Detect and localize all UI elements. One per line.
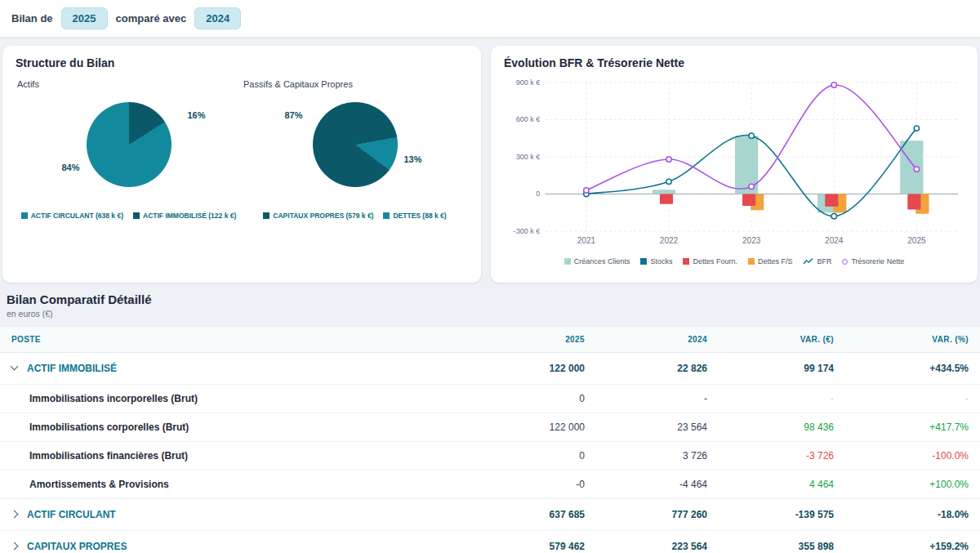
cell-2025: 579 462 bbox=[466, 531, 596, 553]
table-row: Amortissements & Provisions-0-4 4644 464… bbox=[0, 470, 980, 499]
table-title: Bilan Comparatif Détaillé bbox=[7, 292, 980, 306]
pies-row: Actifs 84%16% ACTIF CIRCULANT (638 k €)A… bbox=[16, 71, 468, 220]
cell-var-pct: -18.0% bbox=[845, 499, 980, 531]
legend-label: Créances Clients bbox=[574, 257, 630, 265]
cell-poste[interactable]: CAPITAUX PROPRES bbox=[0, 531, 466, 553]
chevron-right-icon[interactable] bbox=[11, 542, 19, 551]
cell-2025: -0 bbox=[466, 470, 596, 499]
legend-item: Trésorerie Nette bbox=[842, 257, 904, 265]
legend-item: Stocks bbox=[640, 257, 672, 265]
circle-marker-icon bbox=[842, 259, 848, 265]
poste-label: Immobilisations corporelles (Brut) bbox=[29, 421, 189, 433]
legend-item: BFR bbox=[803, 257, 831, 265]
cell-2024: -4 464 bbox=[596, 470, 719, 499]
legend-item: Créances Clients bbox=[564, 257, 630, 265]
legend-item: ACTIF IMMOBILISÉ (122 k €) bbox=[133, 212, 236, 220]
legend-label: ACTIF IMMOBILISÉ (122 k €) bbox=[143, 212, 236, 220]
legend-swatch-icon bbox=[748, 258, 755, 265]
cell-var-pct: +100.0% bbox=[845, 470, 980, 499]
header-var-pct: VAR. (%) bbox=[845, 327, 980, 353]
svg-text:2025: 2025 bbox=[907, 236, 926, 245]
legend-label: ACTIF CIRCULANT (638 k €) bbox=[31, 212, 123, 220]
header-2025: 2025 bbox=[466, 327, 596, 353]
cell-var-eur: 355 898 bbox=[719, 531, 845, 553]
pie-legend-passifs: CAPITAUX PROPRES (579 k €)DETTES (88 k €… bbox=[242, 212, 468, 220]
pie-wrap: 84%16% bbox=[87, 102, 172, 187]
cell-var-pct: +434.5% bbox=[845, 353, 980, 385]
legend-label: Dettes Fourn. bbox=[693, 257, 737, 265]
header-2024: 2024 bbox=[596, 327, 719, 353]
pie-value-label: 16% bbox=[188, 110, 206, 120]
poste-label: Amortissements & Provisions bbox=[29, 479, 169, 490]
cell-2025: 637 685 bbox=[466, 499, 596, 531]
cell-poste[interactable]: ACTIF IMMOBILISÉ bbox=[0, 353, 466, 385]
pie-panel-actifs: Actifs 84%16% ACTIF CIRCULANT (638 k €)A… bbox=[16, 71, 242, 220]
header-poste: POSTE bbox=[0, 327, 466, 353]
cell-2024: 223 564 bbox=[596, 531, 719, 553]
svg-text:2022: 2022 bbox=[660, 236, 679, 245]
pie-value-label: 84% bbox=[62, 163, 80, 172]
table-body: ACTIF IMMOBILISÉ122 00022 82699 174+434.… bbox=[0, 353, 980, 553]
cell-2025: 122 000 bbox=[466, 413, 596, 442]
bfr-chart-area: 900 k €600 k €300 k €0-300 k €2021202220… bbox=[504, 76, 964, 265]
svg-text:0: 0 bbox=[536, 190, 540, 198]
svg-text:-300 k €: -300 k € bbox=[514, 227, 541, 235]
chevron-down-icon[interactable] bbox=[11, 363, 19, 371]
cell-poste: Immobilisations corporelles (Brut) bbox=[0, 413, 466, 442]
pie-panel-label-actifs: Actifs bbox=[17, 79, 242, 89]
legend-label: CAPITAUX PROPRES (579 k €) bbox=[273, 212, 373, 220]
pie-panel-passifs: Passifs & Capitaux Propres 87%13% CAPITA… bbox=[242, 71, 468, 220]
cell-poste: Immobilisations financières (Brut) bbox=[0, 442, 466, 470]
filter-bar: Bilan de 2025 comparé avec 2024 bbox=[0, 0, 980, 38]
pie-chart-actifs[interactable] bbox=[87, 102, 172, 187]
cell-2025: 0 bbox=[466, 442, 596, 470]
trend-line-icon bbox=[803, 257, 813, 265]
pie-chart-passifs[interactable] bbox=[313, 102, 398, 187]
pie-value-label: 87% bbox=[285, 110, 303, 120]
filter-label-prefix: Bilan de bbox=[11, 12, 53, 25]
legend-swatch-icon bbox=[564, 258, 571, 265]
svg-text:900 k €: 900 k € bbox=[516, 78, 541, 87]
table-group-row[interactable]: ACTIF CIRCULANT637 685777 260-139 575-18… bbox=[0, 499, 980, 531]
legend-item: ACTIF CIRCULANT (638 k €) bbox=[21, 212, 123, 220]
cell-2024: - bbox=[596, 385, 719, 413]
table-row: Immobilisations incorporelles (Brut)0--- bbox=[0, 385, 980, 413]
cell-poste[interactable]: ACTIF CIRCULANT bbox=[0, 499, 466, 531]
legend-label: Dettes F/S bbox=[758, 257, 793, 265]
legend-item: DETTES (88 k €) bbox=[383, 212, 446, 220]
legend-item: Dettes F/S bbox=[748, 257, 793, 265]
legend-swatch-icon bbox=[383, 212, 390, 219]
pie-value-label: 13% bbox=[404, 154, 422, 164]
bilan-comparatif-section: Bilan Comparatif Détaillé en euros (€) P… bbox=[0, 292, 980, 553]
chevron-right-icon[interactable] bbox=[11, 511, 19, 519]
cell-2025: 122 000 bbox=[466, 353, 596, 385]
structure-card-title: Structure du Bilan bbox=[16, 56, 468, 69]
legend-swatch-icon bbox=[640, 258, 647, 265]
cell-var-pct: +417.7% bbox=[845, 413, 980, 442]
table-subtitle: en euros (€) bbox=[7, 309, 980, 319]
bfr-chart-svg[interactable]: 900 k €600 k €300 k €0-300 k €2021202220… bbox=[504, 76, 964, 249]
svg-text:600 k €: 600 k € bbox=[516, 116, 541, 124]
cell-var-eur: - bbox=[719, 385, 845, 413]
legend-item: CAPITAUX PROPRES (579 k €) bbox=[263, 212, 373, 220]
svg-text:2021: 2021 bbox=[577, 236, 596, 245]
cell-var-eur: -3 726 bbox=[719, 442, 845, 470]
table-group-row[interactable]: CAPITAUX PROPRES579 462223 564355 898+15… bbox=[0, 531, 980, 553]
legend-swatch-icon bbox=[21, 212, 28, 219]
table-row: Immobilisations corporelles (Brut)122 00… bbox=[0, 413, 980, 442]
cards-row: Structure du Bilan Actifs 84%16% ACTIF C… bbox=[0, 38, 980, 283]
year-primary-selector[interactable]: 2025 bbox=[61, 7, 108, 29]
table-group-row[interactable]: ACTIF IMMOBILISÉ122 00022 82699 174+434.… bbox=[0, 353, 980, 385]
cell-var-eur: -139 575 bbox=[719, 499, 845, 531]
legend-label: Trésorerie Nette bbox=[851, 257, 904, 265]
bfr-evolution-card: Évolution BFR & Trésorerie Nette 900 k €… bbox=[491, 46, 978, 283]
legend-swatch-icon bbox=[133, 212, 140, 219]
poste-label: ACTIF IMMOBILISÉ bbox=[27, 363, 117, 374]
cell-var-eur: 99 174 bbox=[719, 353, 845, 385]
poste-label: Immobilisations financières (Brut) bbox=[29, 450, 188, 462]
legend-swatch-icon bbox=[683, 258, 689, 265]
cell-var-pct: - bbox=[845, 385, 980, 413]
structure-bilan-card: Structure du Bilan Actifs 84%16% ACTIF C… bbox=[2, 46, 481, 283]
year-secondary-selector[interactable]: 2024 bbox=[194, 7, 241, 29]
legend-item: Dettes Fourn. bbox=[683, 257, 737, 265]
